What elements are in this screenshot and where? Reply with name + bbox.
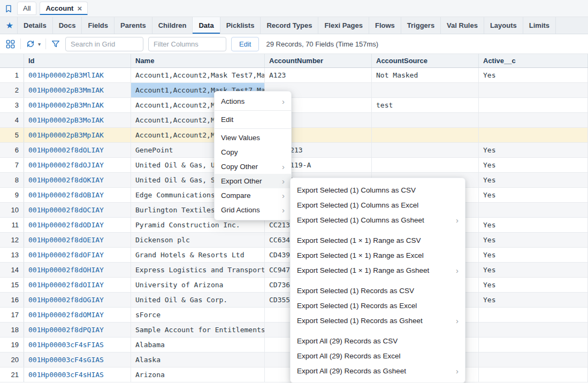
tab-val-rules[interactable]: Val Rules — [441, 17, 484, 34]
cell-id[interactable]: 001Hp00002pB3MpIAK — [24, 128, 131, 142]
cell-id[interactable]: 001Hp00002f8dOCIAY — [24, 203, 131, 217]
tab-limits[interactable]: Limits — [523, 17, 556, 34]
cell-name[interactable]: Sample Account for Entitlements — [131, 323, 265, 337]
cell-id[interactable]: 001Hp00002f8dOIIAY — [24, 278, 131, 292]
tab-parents[interactable]: Parents — [114, 17, 152, 34]
tab-record-types[interactable]: Record Types — [261, 17, 318, 34]
filter-icon[interactable] — [51, 39, 60, 49]
cell-active[interactable]: Yes — [479, 218, 588, 232]
cell-active[interactable]: Yes — [479, 143, 588, 157]
menu-item-export-selected-1-records-as-csv[interactable]: Export Selected (1) Records as CSV — [291, 283, 465, 298]
cell-accountsource[interactable]: test — [372, 98, 479, 112]
column-header-accountsource[interactable]: AccountSource — [372, 54, 479, 67]
cell-active[interactable] — [479, 128, 588, 142]
chevron-down-icon[interactable]: ▾ — [38, 41, 41, 47]
cell-active[interactable] — [479, 338, 588, 352]
grid-view-icon[interactable] — [5, 39, 16, 49]
cell-id[interactable]: 001Hp00002f8dPQIAY — [24, 323, 131, 337]
cell-accountsource[interactable] — [372, 143, 479, 157]
search-grid-input[interactable] — [65, 37, 143, 51]
star-icon[interactable]: ★ — [2, 17, 17, 34]
cell-active[interactable]: Yes — [479, 188, 588, 202]
cell-active[interactable]: Yes — [479, 248, 588, 262]
menu-item-export-selected-1-1-range-as-excel[interactable]: Export Selected (1 × 1) Range as Excel — [291, 248, 465, 263]
cell-active[interactable]: Yes — [479, 173, 588, 187]
tab-data[interactable]: Data — [193, 17, 220, 34]
cell-active[interactable]: Yes — [479, 278, 588, 292]
bookmark-icon[interactable] — [4, 4, 13, 13]
cell-active[interactable] — [479, 83, 588, 97]
menu-item-copy-other[interactable]: Copy Other› — [215, 159, 291, 174]
tab-layouts[interactable]: Layouts — [484, 17, 523, 34]
cell-name[interactable]: Grand Hotels & Resorts Ltd — [131, 248, 265, 262]
cell-active[interactable] — [479, 203, 588, 217]
cell-accountsource[interactable]: Not Masked — [372, 68, 479, 82]
cell-active[interactable]: Yes — [479, 158, 588, 172]
tab-children[interactable]: Children — [152, 17, 193, 34]
cell-id[interactable]: 001Hp00002pB3MlIAK — [24, 68, 131, 82]
cell-active[interactable] — [479, 113, 588, 127]
cell-name[interactable]: Alabama — [131, 338, 265, 352]
menu-item-export-selected-1-records-as-gsheet[interactable]: Export Selected (1) Records as Gsheet› — [291, 313, 465, 328]
menu-item-export-all-29-records-as-gsheet[interactable]: Export All (29) Records as Gsheet› — [291, 363, 465, 378]
tab-flexi-pages[interactable]: Flexi Pages — [318, 17, 369, 34]
menu-item-view-values[interactable]: View Values — [215, 131, 291, 145]
menu-item-export-selected-1-columns-as-gsheet[interactable]: Export Selected (1) Columns as Gsheet› — [291, 212, 465, 227]
cell-active[interactable] — [479, 98, 588, 112]
column-header-id[interactable]: Id — [24, 54, 131, 67]
cell-name[interactable]: Express Logistics and Transport — [131, 263, 265, 277]
tab-details[interactable]: Details — [17, 17, 53, 34]
menu-item-edit[interactable]: Edit — [215, 112, 291, 127]
cell-id[interactable]: 001Hp00002f8dOLIAY — [24, 143, 131, 157]
menu-item-grid-actions[interactable]: Grid Actions› — [215, 203, 291, 217]
cell-name[interactable]: University of Arizona — [131, 278, 265, 292]
menu-item-export-selected-1-columns-as-csv[interactable]: Export Selected (1) Columns as CSV — [291, 182, 465, 197]
refresh-icon[interactable] — [26, 39, 35, 49]
cell-id[interactable]: 001Hp00002f8dOFIAY — [24, 248, 131, 262]
tab-docs[interactable]: Docs — [53, 17, 82, 34]
cell-accountsource[interactable] — [372, 128, 479, 142]
cell-name[interactable]: Dickenson plc — [131, 233, 265, 247]
menu-item-export-selected-1-columns-as-excel[interactable]: Export Selected (1) Columns as Excel — [291, 197, 465, 212]
cell-name[interactable]: sForce — [131, 308, 265, 322]
tab-triggers[interactable]: Triggers — [401, 17, 441, 34]
cell-active[interactable]: Yes — [479, 293, 588, 307]
column-header-name[interactable]: Name — [131, 54, 265, 67]
cell-id[interactable]: 001Hp00002pB3MnIAK — [24, 98, 131, 112]
cell-id[interactable]: 001Hp00002f8dOHIAY — [24, 263, 131, 277]
tab-all[interactable]: All — [17, 2, 36, 15]
cell-id[interactable]: 001Hp00002f8dOJIAY — [24, 158, 131, 172]
cell-id[interactable]: 001Hp00002f8dOKIAY — [24, 173, 131, 187]
cell-id[interactable]: 001Hp00002f8dOBIAY — [24, 188, 131, 202]
cell-active[interactable] — [479, 323, 588, 337]
cell-id[interactable]: 001Hp00002pB3MmIAK — [24, 83, 131, 97]
menu-item-export-selected-1-1-range-as-gsheet[interactable]: Export Selected (1 × 1) Range as Gsheet› — [291, 263, 465, 278]
tab-account[interactable]: Account× — [40, 2, 88, 15]
menu-item-export-selected-1-1-range-as-csv[interactable]: Export Selected (1 × 1) Range as CSV — [291, 233, 465, 248]
cell-id[interactable]: 001Hp00003cF4sGIAS — [24, 353, 131, 367]
menu-item-export-selected-1-records-as-excel[interactable]: Export Selected (1) Records as Excel — [291, 298, 465, 313]
menu-item-export-all-29-records-as-excel[interactable]: Export All (29) Records as Excel — [291, 348, 465, 363]
cell-active[interactable] — [479, 308, 588, 322]
menu-item-export-other[interactable]: Export Other› — [215, 174, 291, 188]
cell-id[interactable]: 001Hp00003cF4sFIAS — [24, 338, 131, 352]
menu-item-compare[interactable]: Compare› — [215, 188, 291, 203]
cell-active[interactable]: Yes — [479, 68, 588, 82]
cell-accountsource[interactable] — [372, 158, 479, 172]
filter-columns-input[interactable] — [148, 37, 226, 51]
cell-active[interactable]: Yes — [479, 233, 588, 247]
cell-id[interactable]: 001Hp00002f8dODIAY — [24, 218, 131, 232]
cell-active[interactable]: Yes — [479, 263, 588, 277]
column-header-active-c[interactable]: Active__c — [479, 54, 588, 67]
tab-picklists[interactable]: Picklists — [220, 17, 261, 34]
menu-item-export-all-29-records-as-csv[interactable]: Export All (29) Records as CSV — [291, 333, 465, 348]
tab-flows[interactable]: Flows — [369, 17, 401, 34]
cell-accountsource[interactable] — [372, 83, 479, 97]
cell-active[interactable] — [479, 367, 588, 382]
menu-item-actions[interactable]: Actions› — [215, 94, 291, 109]
cell-active[interactable] — [479, 353, 588, 367]
tab-fields[interactable]: Fields — [82, 17, 114, 34]
cell-id[interactable]: 001Hp00002f8dOMIAY — [24, 308, 131, 322]
cell-name[interactable]: Arizona — [131, 367, 265, 382]
close-icon[interactable]: × — [77, 4, 82, 12]
